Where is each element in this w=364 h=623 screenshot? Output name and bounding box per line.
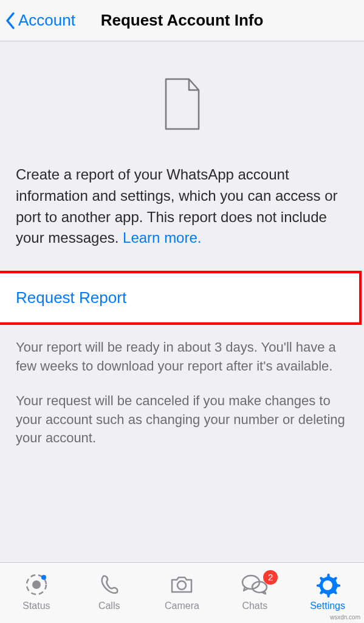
chats-badge: 2: [263, 570, 278, 585]
svg-point-2: [41, 575, 46, 580]
tab-settings[interactable]: Settings: [291, 571, 364, 611]
tab-chats-label: Chats: [242, 600, 267, 611]
tab-settings-label: Settings: [310, 600, 345, 611]
navigation-bar: Account Request Account Info: [0, 0, 364, 41]
request-report-button[interactable]: Request Report: [0, 273, 359, 322]
hero-icon-container: [0, 41, 364, 148]
gear-icon: [314, 571, 341, 598]
tab-calls[interactable]: Calls: [73, 571, 146, 611]
svg-point-3: [177, 581, 186, 590]
tab-camera-label: Camera: [165, 600, 199, 611]
status-icon: [23, 571, 50, 598]
watermark: wsxdn.com: [330, 614, 360, 621]
footer-text-1: Your report will be ready in about 3 day…: [0, 325, 364, 376]
footer-text-2: Your request will be canceled if you mak…: [0, 376, 364, 448]
phone-icon: [96, 571, 123, 598]
learn-more-link[interactable]: Learn more.: [123, 229, 201, 246]
tab-chats[interactable]: 2 Chats: [218, 571, 291, 611]
document-icon: [161, 77, 204, 131]
back-button[interactable]: Account: [5, 11, 75, 30]
tab-calls-label: Calls: [98, 600, 120, 611]
content-area: Create a report of your WhatsApp account…: [0, 41, 364, 562]
page-title: Request Account Info: [101, 11, 264, 30]
tab-bar: Status Calls Camera 2 Chats: [0, 562, 364, 623]
camera-icon: [168, 571, 195, 598]
tab-status[interactable]: Status: [0, 571, 73, 611]
description-text: Create a report of your WhatsApp account…: [0, 148, 364, 271]
back-label: Account: [18, 11, 75, 30]
chevron-left-icon: [5, 11, 16, 30]
tab-camera[interactable]: Camera: [146, 571, 219, 611]
tab-status-label: Status: [22, 600, 50, 611]
svg-point-1: [32, 580, 41, 589]
highlight-box: Request Report: [0, 271, 362, 325]
